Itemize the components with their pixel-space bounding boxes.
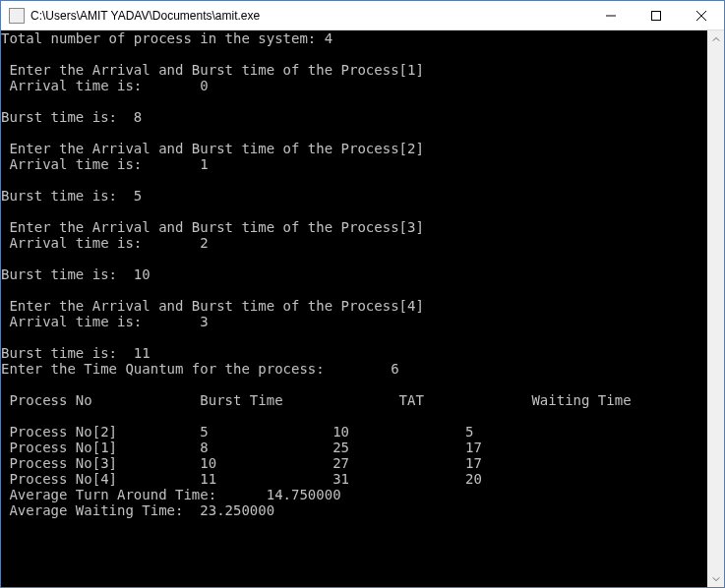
maximize-icon xyxy=(651,11,661,21)
close-icon xyxy=(696,11,706,21)
scroll-up-button[interactable] xyxy=(707,30,724,47)
minimize-icon xyxy=(606,11,616,21)
window-titlebar: C:\Users\AMIT YADAV\Documents\amit.exe xyxy=(1,1,724,30)
close-button[interactable] xyxy=(679,1,724,29)
console-wrapper: Total number of process in the system: 4… xyxy=(1,30,724,587)
chevron-down-icon xyxy=(712,575,720,583)
window-controls xyxy=(588,1,724,29)
vertical-scrollbar[interactable] xyxy=(707,30,724,587)
scroll-down-button[interactable] xyxy=(707,570,724,587)
minimize-button[interactable] xyxy=(588,1,634,29)
svg-rect-1 xyxy=(652,11,661,20)
window-title: C:\Users\AMIT YADAV\Documents\amit.exe xyxy=(30,9,588,23)
app-icon xyxy=(9,8,25,24)
scroll-track[interactable] xyxy=(707,47,724,570)
console-output: Total number of process in the system: 4… xyxy=(1,30,707,587)
maximize-button[interactable] xyxy=(634,1,679,29)
chevron-up-icon xyxy=(712,35,720,43)
